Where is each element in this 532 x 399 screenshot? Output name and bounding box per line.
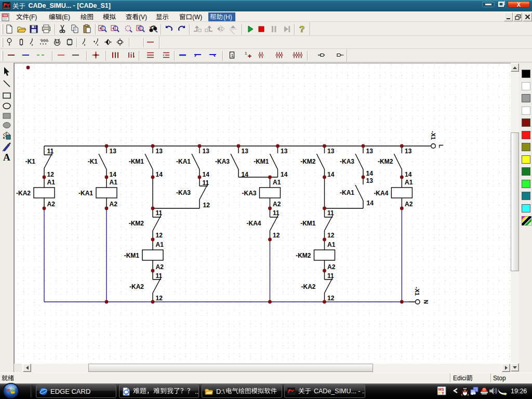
svg-text:-KA2: -KA2 [16,190,31,197]
svg-text:11: 11 [156,272,163,280]
svg-text:A2: A2 [110,201,118,208]
svg-text:11: 11 [273,209,280,217]
svg-text:-X1: -X1 [430,131,436,140]
svg-text:14: 14 [156,171,163,178]
svg-text:14: 14 [242,171,249,178]
svg-text:L: L [438,144,444,148]
svg-text:-KM2: -KM2 [296,252,311,259]
svg-text:13: 13 [281,148,288,155]
svg-text:13: 13 [242,148,249,155]
svg-text:-X1: -X1 [414,287,420,296]
svg-text:13: 13 [327,148,335,155]
svg-text:P: P [438,391,441,395]
svg-text:-K1: -K1 [88,158,98,165]
svg-text:Y: Y [442,391,444,395]
svg-text:-KM1: -KM1 [124,252,140,259]
svg-text:12: 12 [156,295,163,302]
svg-text:-KA4: -KA4 [246,220,261,227]
svg-text:A1: A1 [327,241,336,248]
svg-text:14: 14 [203,171,210,178]
svg-text:A2: A2 [405,201,413,208]
svg-text:-KA3: -KA3 [176,189,191,196]
svg-text:-KA1: -KA1 [340,189,354,196]
svg-text:14: 14 [405,171,412,178]
svg-text:13: 13 [203,148,210,155]
svg-text:13: 13 [405,148,412,155]
svg-text:13: 13 [366,177,374,184]
svg-text:A1: A1 [47,179,56,186]
svg-text:-KA3: -KA3 [215,158,230,165]
svg-text:-KM1: -KM1 [254,158,269,165]
svg-text:A1: A1 [110,179,118,186]
svg-text:13: 13 [110,148,117,155]
svg-text:-KA4: -KA4 [374,190,388,197]
svg-text:12: 12 [273,232,280,239]
svg-text:12: 12 [47,171,55,178]
svg-text:A2: A2 [327,263,336,271]
svg-text:14: 14 [367,200,374,207]
svg-text:14: 14 [110,171,117,178]
svg-text:-KA1: -KA1 [78,190,93,197]
svg-text:-KM2: -KM2 [129,220,144,227]
svg-text:14: 14 [327,171,335,178]
svg-text:A2: A2 [156,263,164,271]
svg-text:-KM2: -KM2 [300,158,316,165]
svg-text:-KM2: -KM2 [378,158,393,165]
svg-text:11: 11 [327,209,334,217]
svg-text:A1: A1 [156,241,164,248]
svg-text:12: 12 [156,232,163,239]
svg-text:12: 12 [203,202,210,209]
svg-text:-KA2: -KA2 [301,283,315,290]
svg-text:-K1: -K1 [25,158,36,165]
svg-text:11: 11 [327,272,334,280]
svg-text:-KA2: -KA2 [129,283,144,290]
svg-text:12: 12 [327,295,335,302]
svg-text:A2: A2 [273,201,281,208]
svg-text:13: 13 [156,148,163,155]
svg-text:A2: A2 [47,201,56,208]
svg-text:N: N [423,300,429,304]
svg-text:-KM1: -KM1 [129,158,144,165]
svg-text:-KA3: -KA3 [242,190,256,197]
svg-text:-KM1: -KM1 [300,220,316,227]
svg-text:-KA3: -KA3 [340,158,354,165]
svg-text:14: 14 [366,170,374,177]
svg-text:12: 12 [327,232,335,239]
svg-text:11: 11 [156,209,163,217]
svg-text:-KA1: -KA1 [176,158,191,165]
svg-text:11: 11 [203,179,209,187]
svg-text:A1: A1 [273,179,281,186]
svg-text:A1: A1 [405,179,413,186]
svg-text:13: 13 [366,148,374,155]
svg-text:11: 11 [47,148,54,155]
svg-text:14: 14 [281,171,288,178]
